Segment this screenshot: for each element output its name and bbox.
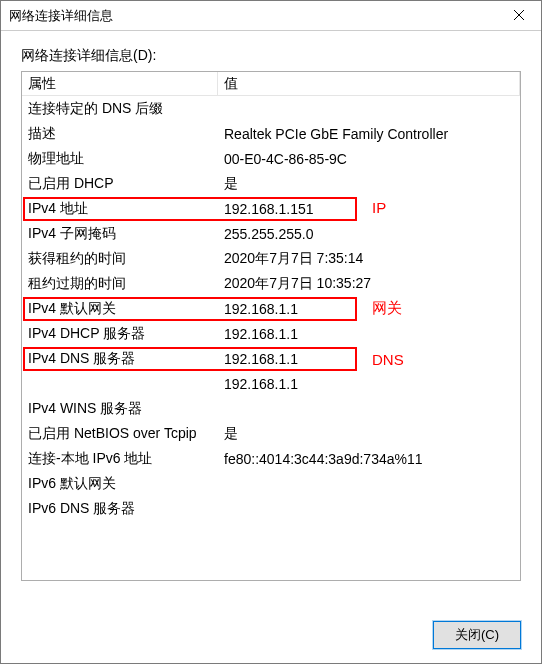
details-box: 属性 值 连接特定的 DNS 后缀描述Realtek PCIe GbE Fami…: [21, 71, 521, 581]
value-cell: 192.168.1.1: [218, 351, 520, 367]
window-body: 网络连接详细信息(D): 属性 值 连接特定的 DNS 后缀描述Realtek …: [1, 31, 541, 591]
table-row[interactable]: IPv4 WINS 服务器: [22, 396, 520, 421]
footer: 关闭(C): [433, 621, 521, 649]
header-value: 值: [218, 72, 520, 95]
property-cell: 已启用 NetBIOS over Tcpip: [22, 425, 218, 443]
property-cell: 获得租约的时间: [22, 250, 218, 268]
window-title: 网络连接详细信息: [9, 7, 113, 25]
value-cell: Realtek PCIe GbE Family Controller: [218, 126, 520, 142]
property-cell: 租约过期的时间: [22, 275, 218, 293]
table-row[interactable]: 192.168.1.1: [22, 371, 520, 396]
property-cell: IPv4 DNS 服务器: [22, 350, 218, 368]
value-cell: 2020年7月7日 7:35:14: [218, 250, 520, 268]
table-row[interactable]: IPv4 地址192.168.1.151: [22, 196, 520, 221]
header-property: 属性: [22, 72, 218, 95]
property-cell: 连接特定的 DNS 后缀: [22, 100, 218, 118]
property-cell: IPv4 子网掩码: [22, 225, 218, 243]
table-row[interactable]: 物理地址00-E0-4C-86-85-9C: [22, 146, 520, 171]
property-cell: IPv4 DHCP 服务器: [22, 325, 218, 343]
table-row[interactable]: 已启用 NetBIOS over Tcpip是: [22, 421, 520, 446]
table-row[interactable]: IPv4 DHCP 服务器192.168.1.1: [22, 321, 520, 346]
close-button-label: 关闭(C): [455, 626, 499, 644]
table-row[interactable]: IPv4 DNS 服务器192.168.1.1: [22, 346, 520, 371]
table-row[interactable]: 连接特定的 DNS 后缀: [22, 96, 520, 121]
table-row[interactable]: 租约过期的时间2020年7月7日 10:35:27: [22, 271, 520, 296]
value-cell: 255.255.255.0: [218, 226, 520, 242]
titlebar: 网络连接详细信息: [1, 1, 541, 31]
value-cell: 192.168.1.1: [218, 326, 520, 342]
section-label: 网络连接详细信息(D):: [21, 47, 521, 65]
value-cell: fe80::4014:3c44:3a9d:734a%11: [218, 451, 520, 467]
window-close-button[interactable]: [496, 1, 541, 30]
table-row[interactable]: IPv6 默认网关: [22, 471, 520, 496]
table-row[interactable]: IPv4 默认网关192.168.1.1: [22, 296, 520, 321]
table-row[interactable]: 已启用 DHCP是: [22, 171, 520, 196]
property-cell: IPv4 默认网关: [22, 300, 218, 318]
close-icon: [514, 8, 524, 23]
property-cell: IPv4 地址: [22, 200, 218, 218]
header-row: 属性 值: [22, 72, 520, 96]
property-cell: 物理地址: [22, 150, 218, 168]
value-cell: 192.168.1.1: [218, 376, 520, 392]
property-cell: IPv4 WINS 服务器: [22, 400, 218, 418]
property-cell: 连接-本地 IPv6 地址: [22, 450, 218, 468]
value-cell: 2020年7月7日 10:35:27: [218, 275, 520, 293]
property-cell: IPv6 默认网关: [22, 475, 218, 493]
value-cell: 是: [218, 175, 520, 193]
rows-container: 连接特定的 DNS 后缀描述Realtek PCIe GbE Family Co…: [22, 96, 520, 521]
property-cell: IPv6 DNS 服务器: [22, 500, 218, 518]
property-cell: 描述: [22, 125, 218, 143]
table-row[interactable]: IPv4 子网掩码255.255.255.0: [22, 221, 520, 246]
value-cell: 00-E0-4C-86-85-9C: [218, 151, 520, 167]
value-cell: 192.168.1.1: [218, 301, 520, 317]
table-row[interactable]: 描述Realtek PCIe GbE Family Controller: [22, 121, 520, 146]
window: 网络连接详细信息 网络连接详细信息(D): 属性 值 连接特定的 DNS 后缀描…: [0, 0, 542, 664]
table-row[interactable]: 获得租约的时间2020年7月7日 7:35:14: [22, 246, 520, 271]
value-cell: 192.168.1.151: [218, 201, 520, 217]
table-row[interactable]: 连接-本地 IPv6 地址fe80::4014:3c44:3a9d:734a%1…: [22, 446, 520, 471]
property-cell: 已启用 DHCP: [22, 175, 218, 193]
table-row[interactable]: IPv6 DNS 服务器: [22, 496, 520, 521]
value-cell: 是: [218, 425, 520, 443]
close-button[interactable]: 关闭(C): [433, 621, 521, 649]
